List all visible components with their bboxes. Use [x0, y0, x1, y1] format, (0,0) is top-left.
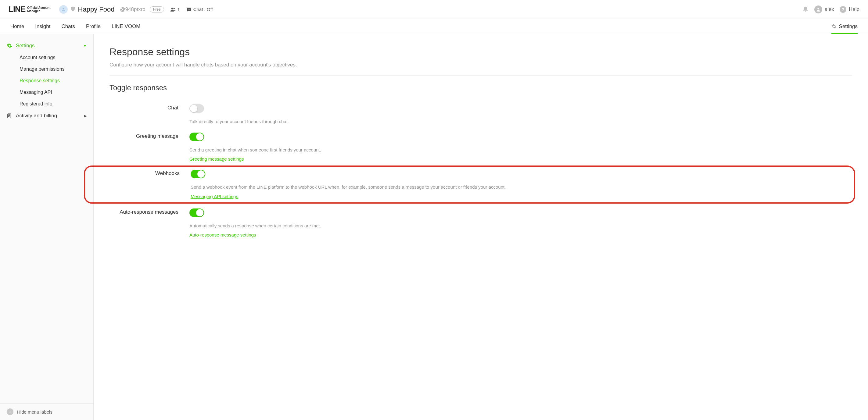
gear-icon — [831, 24, 837, 29]
account-name[interactable]: Happy Food — [78, 5, 115, 13]
svg-point-1 — [171, 8, 173, 9]
link-messaging-api-settings[interactable]: Messaging API settings — [191, 194, 238, 199]
sidebar: Settings ▼ Account settings Manage permi… — [0, 34, 94, 420]
setting-chat-desc: Talk directly to your account friends th… — [189, 118, 852, 125]
sidebar-item-response-settings[interactable]: Response settings — [0, 75, 93, 87]
sidebar-item-manage-permissions[interactable]: Manage permissions — [0, 63, 93, 75]
logo-text: LINE — [8, 5, 25, 14]
user-icon — [61, 7, 66, 12]
friends-icon — [170, 7, 176, 12]
hide-labels-button[interactable]: ‹ Hide menu labels — [0, 403, 93, 420]
section-title: Toggle responses — [110, 84, 852, 92]
help-icon: ? — [840, 6, 846, 13]
chevron-right-icon: ▶ — [84, 114, 87, 118]
svg-point-5 — [189, 9, 190, 9]
nav-profile[interactable]: Profile — [86, 24, 101, 30]
sidebar-item-messaging-api[interactable]: Messaging API — [0, 87, 93, 98]
page-desc: Configure how your account will handle c… — [110, 62, 852, 75]
toggle-webhooks[interactable] — [191, 170, 205, 178]
svg-point-2 — [173, 8, 175, 9]
logo[interactable]: LINE Official Account Manager — [8, 5, 51, 14]
setting-auto-response: Auto-response messages Automatically sen… — [110, 203, 852, 240]
nav-voom[interactable]: LINE VOOM — [112, 24, 140, 30]
page-title: Response settings — [110, 46, 852, 58]
help-menu[interactable]: ? Help — [840, 6, 860, 13]
setting-greeting-desc: Send a greeting in chat when someone fir… — [189, 147, 852, 154]
nav-settings[interactable]: Settings — [831, 19, 858, 34]
user-menu[interactable]: alex — [814, 5, 834, 13]
toggle-chat[interactable] — [189, 104, 204, 113]
nav: Home Insight Chats Profile LINE VOOM Set… — [0, 19, 868, 34]
collapse-icon: ‹ — [7, 409, 13, 415]
setting-auto-response-label: Auto-response messages — [110, 208, 189, 238]
highlight-webhooks: Webhooks Send a webhook event from the L… — [84, 165, 855, 203]
nav-home[interactable]: Home — [10, 24, 24, 30]
chat-icon — [186, 7, 191, 12]
svg-point-6 — [817, 8, 819, 9]
gear-icon — [7, 43, 12, 49]
toggle-greeting[interactable] — [189, 133, 204, 141]
setting-chat: Chat Talk directly to your account frien… — [110, 99, 852, 128]
svg-point-0 — [63, 8, 64, 9]
header: LINE Official Account Manager Happy Food… — [0, 0, 868, 19]
svg-point-4 — [188, 9, 189, 9]
user-avatar-icon — [814, 5, 822, 13]
friends-stat[interactable]: 1 — [170, 7, 180, 12]
chevron-down-icon: ▼ — [83, 44, 87, 47]
setting-webhooks-desc: Send a webhook event from the LINE platf… — [191, 184, 850, 191]
sidebar-item-account-settings[interactable]: Account settings — [0, 52, 93, 63]
setting-webhooks-label: Webhooks — [87, 170, 191, 199]
nav-chats[interactable]: Chats — [61, 24, 75, 30]
account-id: @948ptxro — [120, 6, 145, 12]
svg-point-3 — [188, 9, 188, 9]
link-greeting-settings[interactable]: Greeting message settings — [189, 156, 244, 162]
plan-badge: Free — [150, 6, 164, 12]
setting-auto-response-desc: Automatically sends a response when cert… — [189, 223, 852, 229]
shield-icon — [70, 6, 75, 13]
link-auto-response-settings[interactable]: Auto-response message settings — [189, 232, 256, 237]
billing-icon — [7, 113, 12, 119]
setting-chat-label: Chat — [110, 104, 189, 125]
sidebar-item-registered-info[interactable]: Registered info — [0, 98, 93, 110]
setting-greeting-label: Greeting message — [110, 133, 189, 162]
chat-status[interactable]: Chat : Off — [186, 7, 213, 12]
sidebar-group-activity[interactable]: Activity and billing ▶ — [0, 110, 93, 122]
content: Response settings Configure how your acc… — [94, 34, 868, 420]
setting-webhooks: Webhooks Send a webhook event from the L… — [87, 170, 850, 199]
toggle-auto-response[interactable] — [189, 208, 204, 217]
account-avatar[interactable] — [59, 5, 68, 14]
setting-greeting: Greeting message Send a greeting in chat… — [110, 128, 852, 165]
notification-icon[interactable] — [802, 6, 809, 13]
nav-insight[interactable]: Insight — [35, 24, 50, 30]
sidebar-group-settings[interactable]: Settings ▼ — [0, 40, 93, 52]
